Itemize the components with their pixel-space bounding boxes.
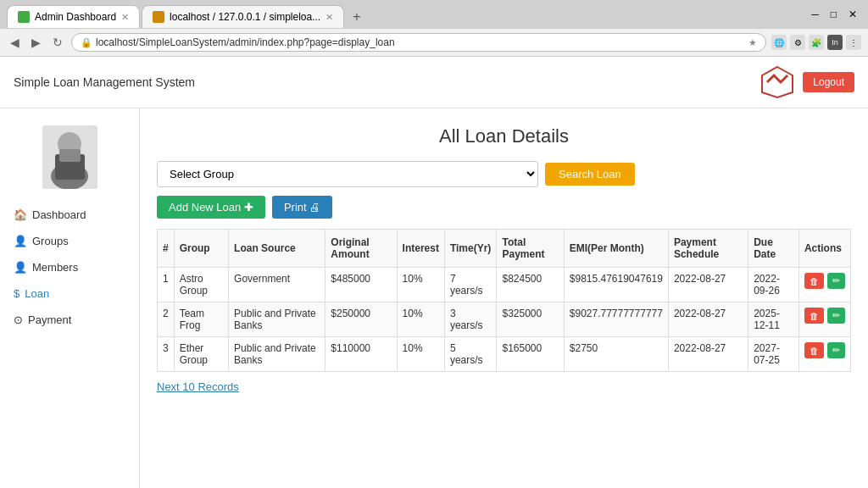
col-time: Time(Yr) <box>444 230 497 268</box>
tab-localhost[interactable]: localhost / 127.0.0.1 / simpleloa... ✕ <box>142 5 344 28</box>
sidebar-item-members[interactable]: 👤 Members <box>0 254 139 280</box>
cell-due-date: 2025-12-11 <box>748 302 799 337</box>
sidebar-nav: 🏠 Dashboard 👤 Groups 👤 Members $ Loan ⊙ … <box>0 202 139 333</box>
action-bar: Add New Loan ✚ Print 🖨 <box>157 196 851 219</box>
delete-button[interactable]: 🗑 <box>804 342 824 358</box>
tab-favicon-admin <box>18 11 30 23</box>
search-toolbar: Select Group Astro Group Team Frog Ether… <box>157 161 851 187</box>
sidebar-item-groups[interactable]: 👤 Groups <box>0 228 139 254</box>
cell-due-date: 2027-07-25 <box>748 337 799 372</box>
cell-interest: 10% <box>397 337 444 372</box>
app-header: Simple Loan Management System Logout <box>0 57 868 108</box>
cell-original-amount: $485000 <box>326 268 397 302</box>
cell-total-payment: $824500 <box>497 268 564 302</box>
cell-group: Team Frog <box>174 302 228 337</box>
loan-table: # Group Loan Source Original Amount Inte… <box>157 229 851 372</box>
cell-group: Astro Group <box>174 268 228 302</box>
loan-icon: $ <box>14 287 19 300</box>
minimize-button[interactable]: ─ <box>807 7 823 22</box>
url-text: localhost/SimpleLoanSystem/admin/index.p… <box>96 36 395 48</box>
cell-loan-source: Public and Private Banks <box>229 302 326 337</box>
cell-emi: $9815.47619047619 <box>564 268 668 302</box>
edit-button[interactable]: ✏ <box>827 308 845 324</box>
edit-button[interactable]: ✏ <box>827 273 845 289</box>
print-button[interactable]: Print 🖨 <box>272 196 332 219</box>
cell-total-payment: $165000 <box>497 337 564 372</box>
tab-label-admin: Admin Dashboard <box>35 11 116 23</box>
sidebar-item-dashboard[interactable]: 🏠 Dashboard <box>0 202 139 228</box>
col-group: Group <box>174 230 228 268</box>
cell-emi: $2750 <box>564 337 668 372</box>
add-new-loan-button[interactable]: Add New Loan ✚ <box>157 196 265 219</box>
sidebar-avatar <box>0 117 139 202</box>
tab-admin-dashboard[interactable]: Admin Dashboard ✕ <box>7 5 140 28</box>
cell-loan-source: Government <box>229 268 326 302</box>
edit-button[interactable]: ✏ <box>827 342 845 358</box>
avatar-image <box>42 125 97 189</box>
col-emi: EMI(Per Month) <box>564 230 668 268</box>
tab-close-local[interactable]: ✕ <box>326 12 333 23</box>
svg-marker-0 <box>762 67 793 97</box>
ext-icon-3[interactable]: 🧩 <box>809 35 824 50</box>
col-payment-schedule: Payment Schedule <box>668 230 748 268</box>
cell-total-payment: $325000 <box>497 302 564 337</box>
tab-favicon-local <box>153 11 164 23</box>
page-title: All Loan Details <box>157 125 851 147</box>
sidebar-item-payment[interactable]: ⊙ Payment <box>0 307 139 333</box>
cell-payment-schedule: 2022-08-27 <box>668 337 748 372</box>
content-area: All Loan Details Select Group Astro Grou… <box>140 108 868 488</box>
payment-icon: ⊙ <box>14 313 23 326</box>
address-bar: ◀ ▶ ↻ 🔒 localhost/SimpleLoanSystem/admin… <box>0 28 868 56</box>
cell-interest: 10% <box>397 268 444 302</box>
forward-button[interactable]: ▶ <box>28 34 44 51</box>
logout-button[interactable]: Logout <box>803 72 854 92</box>
action-icons: 🗑 ✏ <box>804 308 845 324</box>
cell-due-date: 2022-09-26 <box>748 268 799 302</box>
sidebar-item-loan[interactable]: $ Loan <box>0 280 139 307</box>
tab-close-admin[interactable]: ✕ <box>121 12 129 23</box>
tab-bar: Admin Dashboard ✕ localhost / 127.0.0.1 … <box>0 0 868 28</box>
back-button[interactable]: ◀ <box>7 34 23 51</box>
header-logo: Logout <box>759 64 854 101</box>
col-num: # <box>158 230 175 268</box>
cell-time: 5 years/s <box>444 337 497 372</box>
delete-button[interactable]: 🗑 <box>804 273 824 289</box>
sidebar-label-members: Members <box>32 261 78 274</box>
profile-icon[interactable]: In <box>827 35 843 50</box>
group-select[interactable]: Select Group Astro Group Team Frog Ether… <box>157 161 538 187</box>
table-row: 3 Ether Group Public and Private Banks $… <box>158 337 851 372</box>
app-title: Simple Loan Management System <box>14 75 195 89</box>
cell-time: 3 years/s <box>444 302 497 337</box>
cell-num: 1 <box>158 268 175 302</box>
cell-interest: 10% <box>397 302 444 337</box>
col-interest: Interest <box>397 230 444 268</box>
close-button[interactable]: ✕ <box>844 7 861 22</box>
cell-payment-schedule: 2022-08-27 <box>668 268 748 302</box>
reload-button[interactable]: ↻ <box>49 34 66 51</box>
cell-emi: $9027.77777777777 <box>564 302 668 337</box>
sidebar-label-payment: Payment <box>28 313 71 326</box>
cell-payment-schedule: 2022-08-27 <box>668 302 748 337</box>
cell-actions: 🗑 ✏ <box>798 302 850 337</box>
cell-actions: 🗑 ✏ <box>798 268 850 302</box>
logo-svg <box>759 64 796 101</box>
new-tab-button[interactable]: + <box>346 6 367 28</box>
svg-rect-5 <box>59 149 81 162</box>
ext-icon-2[interactable]: ⚙ <box>790 35 805 50</box>
col-total-payment: Total Payment <box>497 230 564 268</box>
tab-label-local: localhost / 127.0.0.1 / simpleloa... <box>170 11 320 23</box>
url-box[interactable]: 🔒 localhost/SimpleLoanSystem/admin/index… <box>71 33 766 52</box>
groups-icon: 👤 <box>14 235 27 247</box>
table-row: 1 Astro Group Government $485000 10% 7 y… <box>158 268 851 302</box>
maximize-button[interactable]: □ <box>826 7 841 22</box>
ext-icon-1[interactable]: 🌐 <box>771 35 787 50</box>
cell-actions: 🗑 ✏ <box>798 337 850 372</box>
sidebar-label-groups: Groups <box>32 235 69 247</box>
menu-icon[interactable]: ⋮ <box>846 35 861 50</box>
search-loan-button[interactable]: Search Loan <box>545 163 635 186</box>
delete-button[interactable]: 🗑 <box>804 308 824 324</box>
cell-num: 2 <box>158 302 175 337</box>
col-loan-source: Loan Source <box>229 230 326 268</box>
next-records-link[interactable]: Next 10 Records <box>157 380 851 393</box>
avatar-svg <box>42 125 97 189</box>
